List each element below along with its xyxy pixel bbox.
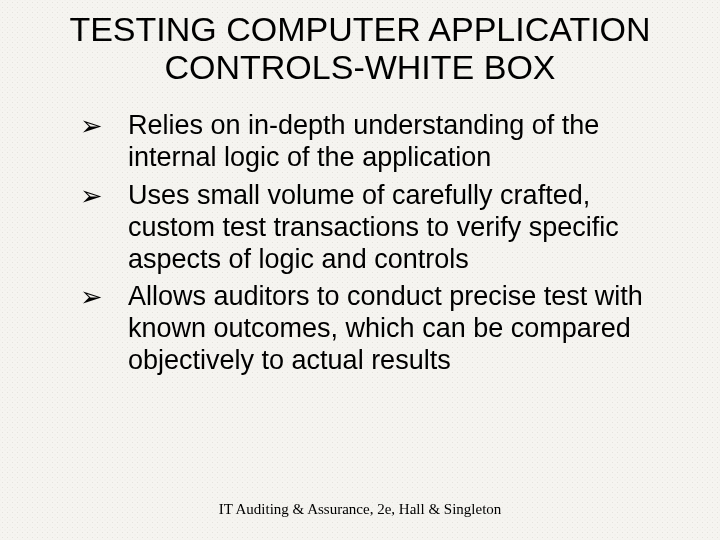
- list-item: ➢ Relies on in-depth understanding of th…: [80, 110, 670, 174]
- bullet-list: ➢ Relies on in-depth understanding of th…: [80, 110, 670, 377]
- bullet-marker-icon: ➢: [80, 110, 103, 142]
- bullet-marker-icon: ➢: [80, 180, 103, 212]
- slide-footer: IT Auditing & Assurance, 2e, Hall & Sing…: [0, 501, 720, 518]
- list-item: ➢ Allows auditors to conduct precise tes…: [80, 281, 670, 377]
- list-item-text: Uses small volume of carefully crafted, …: [128, 180, 619, 274]
- bullet-marker-icon: ➢: [80, 281, 103, 313]
- list-item-text: Relies on in-depth understanding of the …: [128, 110, 599, 172]
- slide: TESTING COMPUTER APPLICATION CONTROLS-WH…: [0, 0, 720, 540]
- slide-title: TESTING COMPUTER APPLICATION CONTROLS-WH…: [20, 10, 700, 86]
- list-item: ➢ Uses small volume of carefully crafted…: [80, 180, 670, 276]
- list-item-text: Allows auditors to conduct precise test …: [128, 281, 643, 375]
